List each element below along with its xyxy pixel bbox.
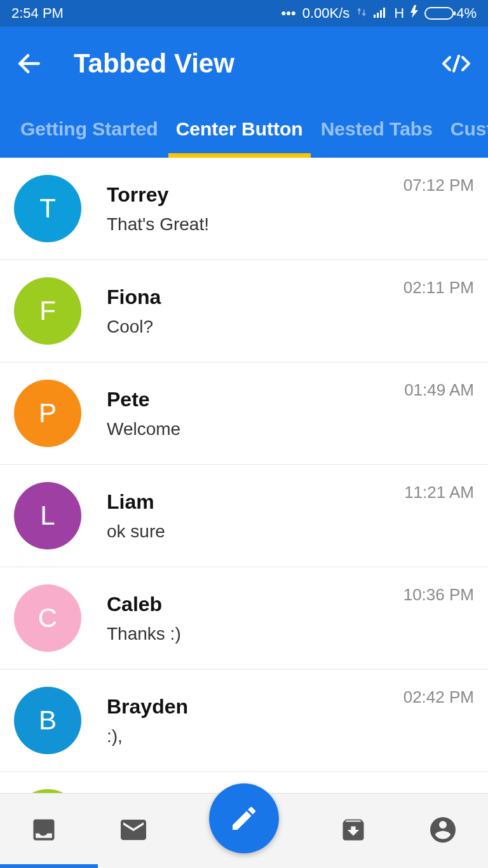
- row-body: TorreyThat's Great!: [107, 183, 403, 235]
- last-message: Thanks :): [107, 624, 403, 644]
- contact-name: Caleb: [107, 593, 403, 616]
- contact-name: Pete: [107, 388, 404, 411]
- last-message: Cool?: [107, 317, 403, 337]
- contact-name: Brayden: [107, 695, 403, 719]
- status-time: 2:54 PM: [11, 5, 64, 22]
- avatar: C: [14, 584, 81, 652]
- timestamp: 11:21 AM: [404, 483, 474, 502]
- row-body: CalebThanks :): [107, 593, 403, 644]
- avatar: P: [14, 380, 81, 447]
- contact-name: Torrey: [107, 183, 403, 207]
- battery-pct: 4%: [456, 5, 477, 22]
- svg-rect-0: [374, 15, 376, 18]
- row-body: FionaCool?: [107, 286, 403, 337]
- list-item[interactable]: CCalebThanks :)10:36 PM: [0, 567, 488, 670]
- svg-rect-1: [377, 13, 379, 18]
- timestamp: 07:12 PM: [403, 176, 474, 195]
- charging-icon: [410, 5, 418, 22]
- list-item[interactable]: LLiamok sure11:21 AM: [0, 465, 488, 567]
- nav-inbox-icon[interactable]: [30, 816, 58, 846]
- battery-indicator: 4%: [424, 5, 477, 22]
- status-dots-icon: •••: [281, 5, 296, 22]
- svg-line-5: [454, 56, 459, 71]
- avatar: L: [14, 482, 81, 549]
- row-body: Brayden:),: [107, 695, 403, 747]
- list-item[interactable]: FFionaCool?02:11 PM: [0, 260, 488, 362]
- page-title: Tabbed View: [74, 48, 440, 79]
- tab-nested-tabs[interactable]: Nested Tabs: [312, 100, 442, 158]
- last-message: ok sure: [107, 521, 404, 542]
- contact-name: Fiona: [107, 286, 403, 309]
- row-body: PeteWelcome: [107, 388, 404, 439]
- last-message: Welcome: [107, 419, 404, 439]
- last-message: That's Great!: [107, 214, 403, 235]
- bottom-nav: [0, 793, 488, 868]
- bottom-nav-indicator: [0, 864, 98, 868]
- code-button[interactable]: [440, 52, 473, 75]
- avatar: T: [14, 175, 81, 242]
- back-button[interactable]: [15, 50, 43, 78]
- tab-getting-started[interactable]: Getting Started: [11, 100, 167, 158]
- tab-custom[interactable]: Custom: [442, 100, 488, 158]
- signal-icon: [374, 5, 388, 22]
- timestamp: 02:42 PM: [403, 687, 474, 707]
- tab-center-button[interactable]: Center Button: [167, 100, 312, 158]
- list-item[interactable]: TTorreyThat's Great!07:12 PM: [0, 158, 488, 260]
- timestamp: 02:11 PM: [403, 278, 474, 298]
- svg-rect-2: [380, 10, 382, 18]
- avatar: F: [14, 277, 81, 345]
- row-body: Liamok sure: [107, 490, 404, 542]
- tab-strip: Getting StartedCenter ButtonNested TabsC…: [0, 100, 488, 158]
- network-type: H: [394, 5, 404, 22]
- conversation-list[interactable]: TTorreyThat's Great!07:12 PMFFionaCool?0…: [0, 158, 488, 868]
- timestamp: 10:36 PM: [403, 585, 474, 605]
- compose-fab[interactable]: [209, 783, 279, 853]
- nav-mail-icon[interactable]: [118, 815, 149, 848]
- timestamp: 01:49 AM: [404, 380, 474, 400]
- status-speed: 0.00K/s: [302, 5, 350, 22]
- app-bar: Tabbed View: [0, 27, 488, 100]
- list-item[interactable]: PPeteWelcome01:49 AM: [0, 362, 488, 465]
- contact-name: Liam: [107, 490, 404, 514]
- list-item[interactable]: BBrayden:),02:42 PM: [0, 670, 488, 772]
- data-traffic-icon: [356, 5, 367, 22]
- last-message: :),: [107, 726, 403, 747]
- avatar: B: [14, 687, 81, 754]
- nav-archive-icon[interactable]: [339, 816, 367, 846]
- nav-profile-icon[interactable]: [428, 815, 458, 848]
- svg-rect-3: [383, 8, 385, 18]
- status-bar: 2:54 PM ••• 0.00K/s H 4%: [0, 0, 488, 27]
